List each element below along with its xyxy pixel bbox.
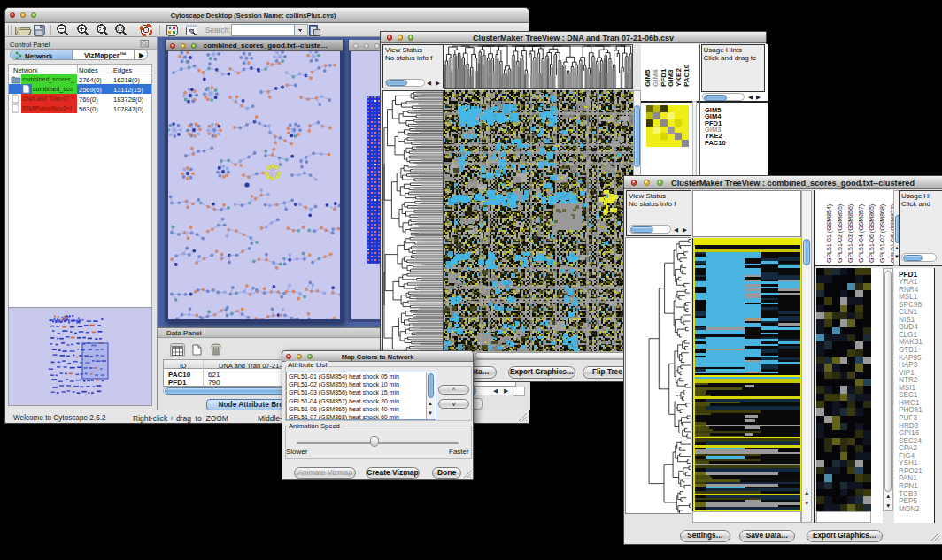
svg-text:1:1: 1:1 bbox=[117, 27, 123, 32]
svg-text:Search:: Search: bbox=[205, 27, 230, 35]
